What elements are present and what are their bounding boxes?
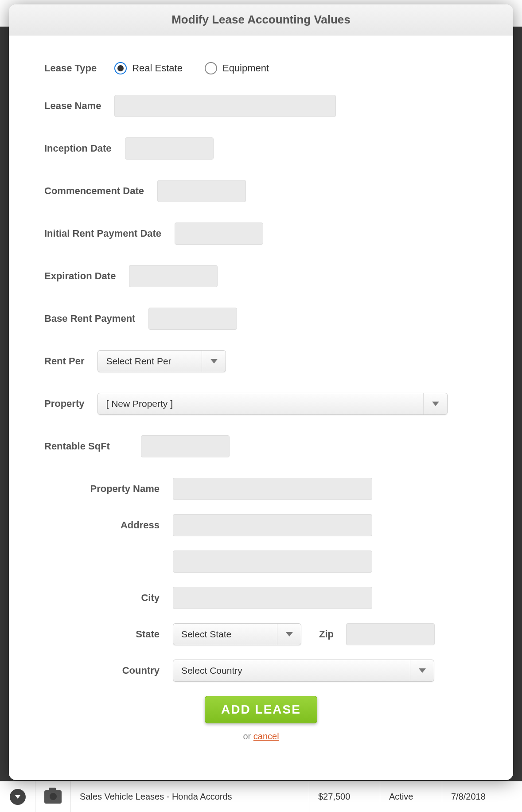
- row-expiration-date: Expiration Date: [44, 265, 478, 287]
- zip-label: Zip: [319, 629, 334, 640]
- radio-label-equipment: Equipment: [222, 62, 269, 74]
- base-rent-payment-label: Base Rent Payment: [44, 313, 135, 324]
- circle-chevron-down-icon: [10, 789, 26, 805]
- commencement-date-input[interactable]: [157, 180, 246, 202]
- add-lease-button[interactable]: ADD LEASE: [205, 696, 317, 723]
- property-select[interactable]: [ New Property ]: [97, 393, 448, 415]
- property-label: Property: [44, 398, 84, 410]
- initial-rent-payment-date-label: Initial Rent Payment Date: [44, 228, 161, 239]
- modal-footer: ADD LEASE or cancel: [44, 696, 478, 742]
- row-rentable-sqft: Rentable SqFt: [44, 435, 478, 457]
- commencement-date-label: Commencement Date: [44, 185, 144, 197]
- camera-icon: [44, 790, 62, 804]
- inception-date-label: Inception Date: [44, 143, 112, 154]
- property-detail-section: Property Name Address City State Select …: [53, 478, 478, 682]
- lease-name-label: Lease Name: [44, 100, 101, 112]
- modify-lease-modal: Modify Lease Accounting Values Lease Typ…: [9, 4, 513, 780]
- country-selected: Select Country: [173, 665, 410, 676]
- country-label: Country: [53, 665, 160, 676]
- or-text: or: [243, 731, 253, 741]
- rent-per-select[interactable]: Select Rent Per: [97, 350, 226, 372]
- row-date: 7/8/2018: [442, 781, 522, 812]
- radio-icon: [114, 62, 127, 74]
- state-selected: Select State: [173, 629, 277, 640]
- address-label: Address: [53, 519, 160, 531]
- row-initial-rent-payment-date: Initial Rent Payment Date: [44, 223, 478, 245]
- row-lease-name-field: Lease Name: [44, 95, 478, 117]
- row-status: Active: [380, 781, 442, 812]
- row-lease-name[interactable]: Sales Vehicle Leases - Honda Accords: [71, 781, 309, 812]
- initial-rent-payment-date-input[interactable]: [175, 223, 263, 245]
- rent-per-label: Rent Per: [44, 355, 84, 367]
- row-commencement-date: Commencement Date: [44, 180, 478, 202]
- row-address2: [53, 550, 478, 573]
- row-expand-icon-cell[interactable]: [0, 781, 35, 812]
- chevron-down-icon: [277, 624, 301, 645]
- address-line2-input[interactable]: [173, 550, 372, 573]
- rentable-sqft-input[interactable]: [141, 435, 230, 457]
- row-inception-date: Inception Date: [44, 137, 478, 160]
- lease-name-input[interactable]: [114, 95, 336, 117]
- radio-icon: [205, 62, 217, 74]
- property-selected: [ New Property ]: [98, 398, 423, 409]
- chevron-down-icon: [202, 351, 226, 372]
- inception-date-input[interactable]: [125, 137, 214, 160]
- zip-input[interactable]: [346, 623, 435, 645]
- property-name-input[interactable]: [173, 478, 372, 500]
- row-city: City: [53, 587, 478, 609]
- rentable-sqft-label: Rentable SqFt: [44, 441, 110, 452]
- row-base-rent-payment: Base Rent Payment: [44, 308, 478, 330]
- modal-body: Lease Type Real Estate Equipment Lease N…: [9, 35, 513, 750]
- row-lease-type: Lease Type Real Estate Equipment: [44, 62, 478, 74]
- country-select[interactable]: Select Country: [173, 660, 434, 682]
- row-state-zip: State Select State Zip: [53, 623, 478, 645]
- base-rent-payment-input[interactable]: [148, 308, 237, 330]
- lease-type-label: Lease Type: [44, 62, 97, 74]
- row-country: Country Select Country: [53, 660, 478, 682]
- city-input[interactable]: [173, 587, 372, 609]
- expiration-date-label: Expiration Date: [44, 270, 116, 282]
- background-table-row: Sales Vehicle Leases - Honda Accords $27…: [0, 781, 522, 812]
- address-line1-input[interactable]: [173, 514, 372, 536]
- or-cancel-text: or cancel: [44, 731, 478, 742]
- row-amount: $27,500: [309, 781, 380, 812]
- row-rent-per: Rent Per Select Rent Per: [44, 350, 478, 372]
- rent-per-selected: Select Rent Per: [98, 356, 202, 367]
- state-label: State: [53, 629, 160, 640]
- city-label: City: [53, 592, 160, 604]
- row-camera-icon-cell[interactable]: [35, 781, 71, 812]
- row-property: Property [ New Property ]: [44, 393, 478, 415]
- cancel-link[interactable]: cancel: [253, 731, 279, 741]
- state-select[interactable]: Select State: [173, 623, 301, 645]
- lease-type-real-estate-radio[interactable]: Real Estate: [114, 62, 183, 74]
- chevron-down-icon: [423, 393, 447, 414]
- row-address: Address: [53, 514, 478, 536]
- row-property-name: Property Name: [53, 478, 478, 500]
- radio-label-real-estate: Real Estate: [132, 62, 183, 74]
- property-name-label: Property Name: [53, 483, 160, 495]
- lease-type-equipment-radio[interactable]: Equipment: [205, 62, 269, 74]
- chevron-down-icon: [410, 660, 434, 681]
- modal-title: Modify Lease Accounting Values: [9, 4, 513, 35]
- expiration-date-input[interactable]: [129, 265, 218, 287]
